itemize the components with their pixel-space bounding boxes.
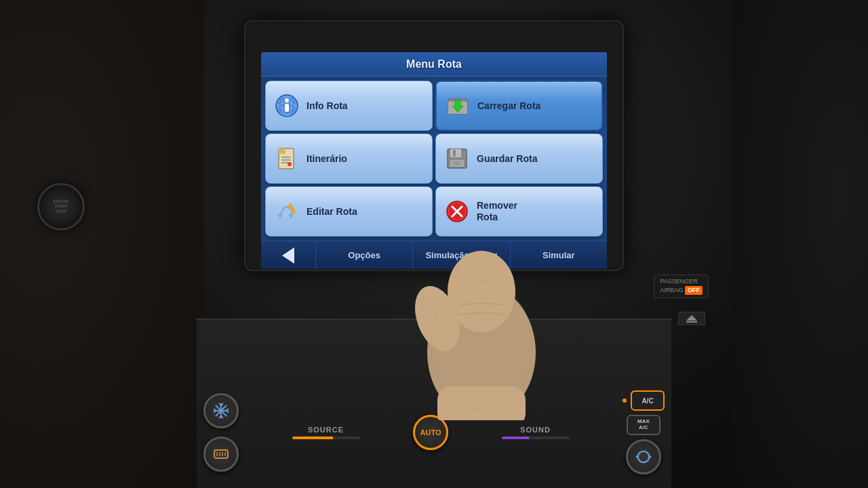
- source-section: SOURCE: [292, 426, 360, 439]
- controls-area: SOURCE AUTO SOUND A/C MAXA/C: [203, 390, 665, 474]
- carregar-rota-button[interactable]: Carregar Rota: [435, 81, 603, 131]
- editar-rota-button[interactable]: Editar Rota: [265, 186, 433, 237]
- svg-rect-28: [686, 321, 697, 323]
- editar-rota-icon: [274, 199, 300, 224]
- guardar-rota-button[interactable]: Guardar Rota: [435, 134, 603, 184]
- back-button[interactable]: [261, 241, 315, 269]
- simular-button[interactable]: Simular: [510, 241, 607, 269]
- engine-start-button[interactable]: ENGINESTARTSTOP: [37, 183, 85, 230]
- remover-rota-icon: [444, 199, 470, 224]
- ac-section: A/C MAXA/C: [623, 390, 665, 474]
- toolbar: Opções Simulação naveg Simular: [261, 241, 607, 269]
- ac-label: A/C: [642, 397, 653, 405]
- svg-rect-29: [214, 450, 228, 458]
- source-slider[interactable]: [292, 436, 360, 439]
- svg-point-1: [285, 98, 289, 102]
- carregar-rota-icon: [445, 93, 471, 119]
- control-panel: SOURCE AUTO SOUND A/C MAXA/C: [197, 319, 671, 488]
- opcoes-button[interactable]: Opções: [315, 241, 412, 269]
- svg-rect-16: [453, 150, 456, 157]
- simulacao-naveg-button[interactable]: Simulação naveg: [412, 241, 509, 269]
- sound-label: SOUND: [520, 426, 551, 434]
- carregar-rota-label: Carregar Rota: [477, 100, 540, 112]
- remover-rota-button[interactable]: Remover Rota: [435, 186, 603, 237]
- info-rota-button[interactable]: Info Rota: [265, 81, 433, 131]
- screen-bezel: Menu Rota Info Rota: [244, 20, 624, 271]
- leather-right: [732, 0, 868, 488]
- max-ac-label: MAXA/C: [637, 419, 650, 431]
- svg-marker-31: [635, 455, 638, 460]
- airbag-status: OFF: [685, 286, 703, 296]
- menu-grid: Info Rota Carregar Rota: [261, 77, 607, 241]
- svg-marker-20: [288, 214, 294, 218]
- auto-label: AUTO: [420, 428, 441, 436]
- itinerario-icon: [274, 146, 300, 171]
- svg-rect-18: [453, 161, 461, 165]
- info-rota-label: Info Rota: [307, 100, 348, 112]
- menu-title: Menu Rota: [406, 58, 462, 70]
- back-arrow-icon: [282, 247, 294, 264]
- leather-left: [0, 0, 203, 488]
- cd-eject-area: [678, 312, 705, 325]
- ac-indicator-dot: [623, 399, 627, 403]
- svg-marker-30: [649, 455, 652, 460]
- itinerario-label: Itinerário: [307, 153, 347, 165]
- guardar-rota-label: Guardar Rota: [477, 153, 537, 165]
- auto-button[interactable]: AUTO: [413, 415, 448, 450]
- svg-rect-9: [279, 148, 285, 154]
- svg-marker-27: [686, 315, 697, 321]
- recirc-button[interactable]: [626, 439, 661, 474]
- sound-slider[interactable]: [502, 436, 570, 439]
- defrost-button[interactable]: [203, 393, 239, 428]
- menu-title-bar: Menu Rota: [261, 52, 607, 77]
- svg-marker-19: [277, 214, 283, 218]
- info-rota-icon: [274, 93, 300, 119]
- remover-rota-label: Remover Rota: [477, 200, 517, 223]
- airbag-text: PASSENGERAIRBAG OFF: [660, 278, 703, 295]
- source-label: SOURCE: [308, 426, 344, 434]
- navigation-screen: Menu Rota Info Rota: [261, 52, 607, 269]
- svg-rect-2: [285, 104, 289, 112]
- max-ac-button[interactable]: MAXA/C: [627, 415, 660, 435]
- sound-section: SOUND: [502, 426, 570, 439]
- rear-defrost-button[interactable]: [203, 436, 239, 472]
- ac-button[interactable]: A/C: [631, 390, 665, 411]
- itinerario-button[interactable]: Itinerário: [265, 134, 433, 184]
- editar-rota-label: Editar Rota: [307, 206, 357, 218]
- guardar-rota-icon: [444, 146, 470, 171]
- airbag-indicator: PASSENGERAIRBAG OFF: [654, 274, 709, 298]
